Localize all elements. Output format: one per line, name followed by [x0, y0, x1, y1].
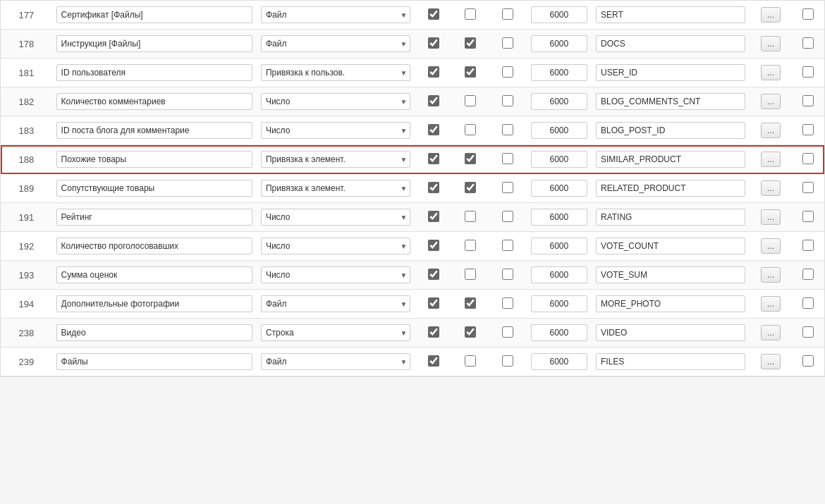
num-input[interactable] — [531, 64, 587, 81]
checkbox1[interactable] — [428, 66, 439, 78]
type-select[interactable]: ФайлЧислоСтрокаПривязка к пользов.Привяз… — [261, 151, 410, 168]
checkbox1[interactable] — [428, 269, 439, 280]
checkbox1[interactable] — [428, 124, 439, 135]
code-input[interactable] — [596, 64, 745, 81]
num-input[interactable] — [531, 324, 587, 341]
name-input[interactable] — [56, 64, 252, 81]
checkbox4[interactable] — [802, 124, 814, 135]
dots-button[interactable]: ... — [761, 325, 781, 340]
code-input[interactable] — [596, 295, 745, 312]
checkbox3[interactable] — [502, 297, 513, 309]
name-input[interactable] — [56, 324, 252, 341]
dots-button[interactable]: ... — [761, 123, 781, 138]
code-input[interactable] — [596, 122, 745, 139]
name-input[interactable] — [56, 151, 252, 168]
dots-button[interactable]: ... — [761, 238, 781, 254]
num-input[interactable] — [531, 151, 587, 168]
checkbox4[interactable] — [802, 182, 814, 193]
dots-button[interactable]: ... — [761, 152, 781, 167]
checkbox1[interactable] — [428, 37, 439, 49]
type-select[interactable]: ФайлЧислоСтрокаПривязка к пользов.Привяз… — [261, 324, 410, 341]
checkbox2[interactable] — [465, 182, 476, 193]
num-input[interactable] — [531, 122, 587, 139]
checkbox1[interactable] — [428, 355, 439, 367]
checkbox1[interactable] — [428, 95, 439, 106]
num-input[interactable] — [531, 238, 587, 254]
checkbox4[interactable] — [802, 37, 814, 49]
checkbox2[interactable] — [465, 326, 476, 338]
checkbox2[interactable] — [465, 37, 476, 49]
checkbox1[interactable] — [428, 8, 439, 20]
checkbox1[interactable] — [428, 211, 439, 222]
checkbox4[interactable] — [802, 269, 814, 280]
num-input[interactable] — [531, 35, 587, 52]
dots-button[interactable]: ... — [761, 267, 781, 283]
type-select[interactable]: ФайлЧислоСтрокаПривязка к пользов.Привяз… — [261, 93, 410, 110]
checkbox3[interactable] — [502, 153, 513, 164]
checkbox2[interactable] — [465, 269, 476, 280]
checkbox4[interactable] — [802, 66, 814, 78]
checkbox3[interactable] — [502, 355, 513, 367]
checkbox3[interactable] — [502, 211, 513, 222]
name-input[interactable] — [56, 180, 252, 197]
checkbox2[interactable] — [465, 211, 476, 222]
dots-button[interactable]: ... — [761, 209, 781, 225]
type-select[interactable]: ФайлЧислоСтрокаПривязка к пользов.Привяз… — [261, 122, 410, 139]
code-input[interactable] — [596, 180, 745, 197]
checkbox2[interactable] — [465, 8, 476, 20]
dots-button[interactable]: ... — [761, 36, 781, 51]
checkbox2[interactable] — [465, 355, 476, 367]
checkbox2[interactable] — [465, 66, 476, 78]
name-input[interactable] — [56, 238, 252, 254]
checkbox3[interactable] — [502, 269, 513, 280]
name-input[interactable] — [56, 35, 252, 52]
checkbox2[interactable] — [465, 95, 476, 106]
num-input[interactable] — [531, 295, 587, 312]
name-input[interactable] — [56, 209, 252, 226]
checkbox4[interactable] — [802, 355, 814, 367]
checkbox4[interactable] — [802, 326, 814, 338]
checkbox2[interactable] — [465, 124, 476, 135]
checkbox3[interactable] — [502, 66, 513, 78]
name-input[interactable] — [56, 353, 252, 370]
code-input[interactable] — [596, 151, 745, 168]
checkbox3[interactable] — [502, 182, 513, 193]
num-input[interactable] — [531, 93, 587, 110]
num-input[interactable] — [531, 353, 587, 370]
checkbox2[interactable] — [465, 153, 476, 164]
code-input[interactable] — [596, 6, 745, 23]
code-input[interactable] — [596, 353, 745, 370]
checkbox1[interactable] — [428, 240, 439, 251]
name-input[interactable] — [56, 295, 252, 312]
checkbox3[interactable] — [502, 37, 513, 49]
type-select[interactable]: ФайлЧислоСтрокаПривязка к пользов.Привяз… — [261, 266, 410, 283]
dots-button[interactable]: ... — [761, 7, 781, 23]
dots-button[interactable]: ... — [761, 180, 781, 196]
checkbox2[interactable] — [465, 297, 476, 309]
checkbox4[interactable] — [802, 8, 814, 20]
dots-button[interactable]: ... — [761, 354, 781, 369]
checkbox4[interactable] — [802, 211, 814, 222]
name-input[interactable] — [56, 122, 252, 139]
code-input[interactable] — [596, 93, 745, 110]
type-select[interactable]: ФайлЧислоСтрокаПривязка к пользов.Привяз… — [261, 64, 410, 81]
checkbox4[interactable] — [802, 95, 814, 106]
code-input[interactable] — [596, 209, 745, 226]
dots-button[interactable]: ... — [761, 65, 781, 80]
checkbox4[interactable] — [802, 153, 814, 164]
name-input[interactable] — [56, 6, 252, 23]
checkbox3[interactable] — [502, 124, 513, 135]
code-input[interactable] — [596, 238, 745, 254]
dots-button[interactable]: ... — [761, 94, 781, 109]
checkbox3[interactable] — [502, 8, 513, 20]
num-input[interactable] — [531, 180, 587, 197]
type-select[interactable]: ФайлЧислоСтрокаПривязка к пользов.Привяз… — [261, 35, 410, 52]
num-input[interactable] — [531, 6, 587, 23]
type-select[interactable]: ФайлЧислоСтрокаПривязка к пользов.Привяз… — [261, 238, 410, 254]
type-select[interactable]: ФайлЧислоСтрокаПривязка к пользов.Привяз… — [261, 180, 410, 197]
code-input[interactable] — [596, 35, 745, 52]
checkbox1[interactable] — [428, 297, 439, 309]
num-input[interactable] — [531, 266, 587, 283]
type-select[interactable]: ФайлЧислоСтрокаПривязка к пользов.Привяз… — [261, 209, 410, 226]
checkbox1[interactable] — [428, 153, 439, 164]
